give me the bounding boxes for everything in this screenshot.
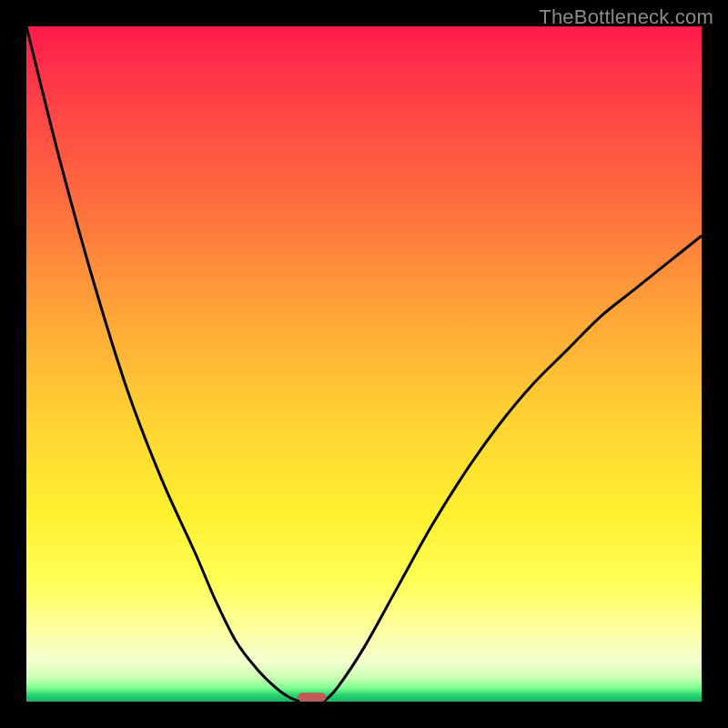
- watermark-text: TheBottleneck.com: [539, 5, 713, 29]
- base-marker: [298, 693, 326, 702]
- curves-svg: [26, 26, 702, 702]
- plot-area: [26, 26, 702, 702]
- curve-left: [26, 26, 300, 702]
- chart-frame: TheBottleneck.com: [0, 0, 728, 728]
- curve-right: [323, 236, 702, 702]
